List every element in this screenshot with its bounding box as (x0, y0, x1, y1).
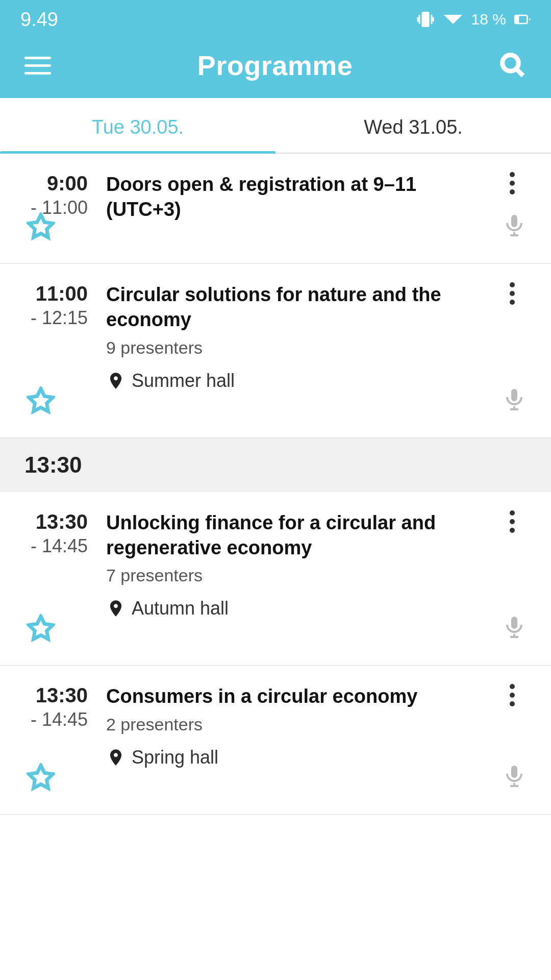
battery-icon (514, 11, 531, 28)
schedule-item-3: 13:30 - 14:45 Unlocking finance for a ci… (0, 492, 551, 666)
status-bar: 9.49 18 % (0, 0, 551, 37)
more-options-button-4[interactable] (510, 684, 515, 706)
svg-rect-0 (421, 12, 429, 27)
schedule-item-2: 11:00 - 12:15 Circular solutions for nat… (0, 264, 551, 438)
time-start-2: 11:00 (24, 282, 88, 305)
item-presenters-4: 2 presenters (106, 715, 486, 734)
section-header-1330: 13:30 (0, 438, 551, 492)
svg-marker-11 (29, 214, 53, 237)
tab-tue[interactable]: Tue 30.05. (0, 98, 276, 153)
svg-rect-1 (418, 15, 420, 24)
battery-text: 18 % (471, 11, 506, 28)
svg-marker-23 (29, 765, 53, 788)
item-title-1: Doors open & registration at 9–11 (UTC+3… (106, 172, 486, 223)
wifi-icon (443, 10, 463, 29)
vibrate-icon (416, 10, 435, 29)
item-location-4: Spring hall (106, 747, 486, 768)
section-2: 11:00 - 12:15 Circular solutions for nat… (0, 264, 551, 438)
item-location-3: Autumn hall (106, 598, 486, 619)
time-end-4: - 14:45 (24, 709, 88, 730)
item-presenters-3: 7 presenters (106, 566, 486, 585)
microphone-button-3[interactable] (502, 615, 527, 645)
favorite-button-1[interactable] (27, 212, 55, 245)
section-header-time: 13:30 (24, 452, 82, 477)
svg-rect-2 (431, 15, 432, 24)
time-col-1: 9:00 - 11:00 (24, 172, 106, 218)
svg-rect-8 (516, 16, 518, 22)
svg-marker-15 (29, 388, 53, 411)
favorite-button-3[interactable] (27, 614, 55, 647)
section-1: 9:00 - 11:00 Doors open & registration a… (0, 154, 551, 264)
tabs-bar: Tue 30.05. Wed 31.05. (0, 98, 551, 154)
location-text-2: Summer hall (132, 370, 235, 391)
location-text-4: Spring hall (132, 747, 218, 768)
item-title-4: Consumers in a circular economy (106, 684, 486, 709)
search-button[interactable] (499, 52, 527, 79)
schedule-item-4: 13:30 - 14:45 Consumers in a circular ec… (0, 666, 551, 814)
time-col-2: 11:00 - 12:15 (24, 282, 106, 329)
svg-point-9 (503, 55, 519, 71)
app-header: Programme (0, 37, 551, 98)
svg-marker-5 (444, 15, 462, 24)
svg-rect-16 (511, 389, 517, 401)
svg-rect-4 (432, 17, 434, 22)
time-start-4: 13:30 (24, 684, 88, 707)
location-pin-icon-4 (106, 748, 126, 767)
svg-rect-20 (511, 617, 517, 629)
item-title-3: Unlocking finance for a circular and reg… (106, 510, 486, 561)
microphone-button-4[interactable] (502, 764, 527, 794)
svg-rect-12 (511, 215, 517, 227)
status-icons: 18 % (416, 10, 531, 29)
favorite-button-2[interactable] (27, 386, 55, 419)
svg-rect-24 (511, 766, 517, 778)
header-title: Programme (197, 50, 353, 81)
content-col-2: Circular solutions for nature and the ec… (106, 282, 486, 391)
time-start-1: 9:00 (24, 172, 88, 195)
item-actions-1 (486, 172, 527, 194)
svg-marker-19 (29, 617, 53, 639)
location-text-3: Autumn hall (132, 598, 229, 619)
svg-line-10 (517, 69, 523, 76)
item-presenters-2: 9 presenters (106, 338, 486, 358)
tab-wed[interactable]: Wed 31.05. (276, 98, 551, 153)
more-options-button-1[interactable] (510, 172, 515, 194)
time-col-4: 13:30 - 14:45 (24, 684, 106, 730)
more-options-button-3[interactable] (510, 510, 515, 533)
microphone-button-1[interactable] (502, 213, 527, 243)
section-3: 13:30 13:30 - 14:45 Unlocking finance fo… (0, 438, 551, 815)
item-actions-4 (486, 684, 527, 706)
location-pin-icon-2 (106, 371, 126, 390)
time-col-3: 13:30 - 14:45 (24, 510, 106, 557)
item-location-2: Summer hall (106, 370, 486, 391)
content-col-3: Unlocking finance for a circular and reg… (106, 510, 486, 620)
microphone-button-2[interactable] (502, 387, 527, 417)
time-end-2: - 12:15 (24, 307, 88, 329)
content-col-4: Consumers in a circular economy 2 presen… (106, 684, 486, 768)
favorite-button-4[interactable] (27, 763, 55, 796)
time-end-3: - 14:45 (24, 535, 88, 557)
more-options-button-2[interactable] (510, 282, 515, 305)
svg-rect-3 (417, 17, 418, 22)
content-col-1: Doors open & registration at 9–11 (UTC+3… (106, 172, 486, 223)
item-title-2: Circular solutions for nature and the ec… (106, 282, 486, 333)
location-pin-icon-3 (106, 599, 126, 618)
item-actions-2 (486, 282, 527, 305)
item-actions-3 (486, 510, 527, 533)
menu-button[interactable] (24, 57, 51, 75)
schedule-item-1: 9:00 - 11:00 Doors open & registration a… (0, 154, 551, 264)
time-start-3: 13:30 (24, 510, 88, 533)
status-time: 9.49 (20, 9, 58, 31)
